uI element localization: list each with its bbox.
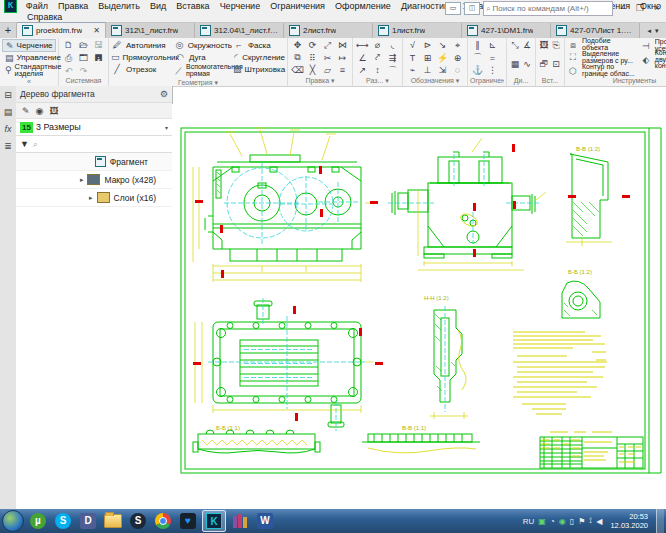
tree-panel-icon[interactable]: ⊟ [2,88,15,101]
measure-curve-icon[interactable]: ∿ [521,58,533,70]
construction-line-tool[interactable]: ⟋Вспомогательная прямая [174,63,232,79]
overflow-icon[interactable]: ▾ [214,79,218,86]
fix-icon[interactable]: ⚓ [470,64,485,76]
overflow-icon[interactable]: ▾ [331,77,335,84]
show-desktop-button[interactable] [656,509,664,533]
gear-icon[interactable]: ⚙ [160,89,168,99]
height-dim-icon[interactable]: ↕ [370,64,385,76]
tab-427-dm1[interactable]: 427-1\DM1.frw [462,23,551,38]
radial-dim-icon[interactable]: ◟ [385,39,400,51]
array-icon[interactable]: ⠿ [305,52,320,64]
layers-panel-icon[interactable]: ≣ [2,139,15,152]
expand-icon[interactable]: ▸ [80,176,84,184]
leader-icon[interactable]: ↘ [435,39,450,51]
menu-drawing[interactable]: Черчение [215,1,266,11]
close-button[interactable]: × [650,3,664,15]
menu-constraints[interactable]: Ограничения [265,1,330,11]
extend-icon[interactable]: ↦ [335,52,350,64]
section-line-icon[interactable]: ⚡ [435,52,450,64]
drawing-canvas[interactable]: В-В (1:2) Б-Б (1:2) Н-Н (1:2) [172,104,666,509]
expand-icon[interactable]: ▸ [89,194,93,202]
insert-picture-icon[interactable]: 🖼 [538,39,550,51]
tray-messenger-icon[interactable]: ◉ [559,517,566,526]
menu-layout[interactable]: Оформление [330,1,396,11]
auto-dim-icon[interactable]: ⤤ [370,52,385,64]
arc-tool[interactable]: ◠Дуга [174,51,232,63]
trim-icon[interactable]: ✂ [320,52,335,64]
menu-help[interactable]: Справка [22,12,67,22]
arc-dim-icon[interactable]: ⌒ [385,64,400,76]
menu-file[interactable]: Файл [21,1,53,11]
perpendicular-icon[interactable]: ⊾ [485,39,500,51]
overflow-icon[interactable]: ▾ [456,77,460,84]
align-icon[interactable]: ≡ [335,64,350,76]
tray-antivirus-icon[interactable]: ▣ [538,517,546,526]
datum-icon[interactable]: ⊳ [420,39,435,51]
open-document-icon[interactable]: 🗁 [76,39,91,51]
text-icon[interactable]: T [405,52,420,64]
tab-312-1list[interactable]: 312\1_лист.frw [106,23,195,38]
print-icon[interactable]: ⎙ [61,52,76,64]
copy-icon[interactable]: ⧉ [290,52,305,64]
utorrent-icon[interactable]: µ [27,511,49,531]
redo-icon[interactable]: ↷ [76,65,91,77]
screen-mode-icon[interactable]: ◫ [464,2,480,15]
tray-flag-icon[interactable]: ⚑ [578,517,585,526]
fillet-tool[interactable]: ◜Скругление [233,51,285,63]
minimize-button[interactable]: – [616,3,630,15]
marking-icon[interactable]: ⌖ [450,39,465,51]
menu-select[interactable]: Выделить [93,1,145,11]
new-tab-button[interactable]: + [0,23,17,38]
hatch-tool[interactable]: ▨Штриховка [233,63,285,75]
rotate-icon[interactable]: ⟳ [305,39,320,51]
preview-icon[interactable]: 🖼 [49,106,58,116]
equal-icon[interactable]: = [485,52,500,64]
circle-tool[interactable]: ◎Окружность [174,39,232,51]
measure-distance-icon[interactable]: ⤡ [509,39,521,51]
tab-1list[interactable]: 1лист.frw [373,23,462,38]
skype-icon[interactable]: S [52,511,74,531]
chain-dim-icon[interactable]: ⇶ [385,52,400,64]
axis-icon[interactable]: ⌁ [405,64,420,76]
insert-view-icon[interactable]: 🗗 [538,58,550,70]
insert-fragment-icon[interactable]: ⎘ [550,39,562,51]
table-icon[interactable]: ⊞ [420,52,435,64]
roughness-icon[interactable]: √ [405,39,420,51]
undo-icon[interactable]: ↶ [61,65,76,77]
explorer-icon[interactable] [102,511,124,531]
autoline-tool[interactable]: 🖉Автолиния [111,39,173,51]
menu-edit[interactable]: Правка [53,1,93,11]
tray-network-icon[interactable]: ⟟ [589,516,592,526]
measure-angle-icon[interactable]: ∡ [521,39,533,51]
angular-dim-icon[interactable]: ∠ [355,52,370,64]
menu-insert[interactable]: Вставка [171,1,214,11]
winrar-icon[interactable] [229,511,251,531]
tab-427-07-list1[interactable]: 427-07\Лист 1.cdw [551,23,640,38]
parallel-icon[interactable]: ∥ [470,39,485,51]
scale-icon[interactable]: ⤢ [320,39,335,51]
tray-steam-icon[interactable]: ◔ [550,517,555,526]
steam-icon[interactable]: S [127,511,149,531]
menu-view[interactable]: Вид [145,1,171,11]
view-arrow-icon[interactable]: ⇲ [435,64,450,76]
leader-dim-icon[interactable]: ↗ [355,64,370,76]
insert-object-icon[interactable]: ⊡ [550,58,562,70]
tolerance-icon[interactable]: ⊥ [420,64,435,76]
command-search-input[interactable] [490,4,612,13]
ribbon-collapse-icon[interactable]: « [2,78,56,86]
chrome-icon[interactable] [152,511,174,531]
close-tab-icon[interactable]: ✕ [93,26,100,35]
tray-volume-icon[interactable]: ◀ [596,517,602,526]
tree-root-row[interactable]: Фрагмент [16,153,172,171]
center-mark-icon[interactable]: ⊕ [450,52,465,64]
segment-tool[interactable]: ╱Отрезок [111,63,173,75]
print-preview-icon[interactable]: 🗔 [76,52,91,64]
taskbar-clock[interactable]: 20:53 12.03.2020 [606,512,652,530]
tray-power-icon[interactable]: ▯ [570,517,574,526]
diametral-dim-icon[interactable]: ⌀ [370,39,385,51]
measure-area-icon[interactable]: ▦ [509,58,521,70]
move-icon[interactable]: ✥ [290,39,305,51]
layout-toggle-icon[interactable]: ▭ [445,2,461,15]
save-as-icon[interactable]: 🖪 [91,52,106,64]
command-search[interactable]: ⌕ [483,1,613,16]
